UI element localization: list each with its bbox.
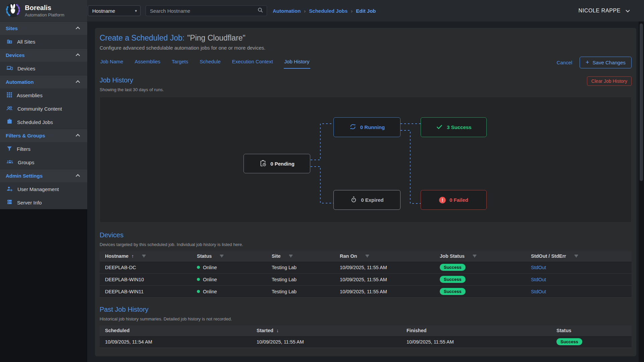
chevron-up-icon <box>76 80 80 85</box>
devices-table-header: Hostname ↑ Status Site Ran On Job <box>100 251 632 261</box>
brand-subtitle: Automation Platform <box>25 12 64 17</box>
column-site[interactable]: Site <box>272 253 340 259</box>
column-finished[interactable]: Finished <box>407 328 556 333</box>
sidebar-section-filters-groups[interactable]: Filters & Groups <box>0 129 87 142</box>
status-badge: Success <box>556 338 582 345</box>
hostname-cell: DEEPLAB-WIN11 <box>105 289 197 294</box>
column-hostname[interactable]: Hostname ↑ <box>105 253 197 259</box>
sidebar-item-devices[interactable]: Devices <box>0 62 87 75</box>
stopwatch-icon <box>350 196 357 204</box>
filter-icon[interactable] <box>142 254 146 258</box>
cancel-button[interactable]: Cancel <box>556 60 572 65</box>
job-history-subtitle: Showing the last 30 days of runs. <box>100 87 164 92</box>
success-status-box: 3 Success <box>421 117 487 137</box>
devices-icon <box>6 65 13 72</box>
scheduled-job-card: Create a Scheduled Job:"Ping Cloudflare"… <box>95 28 636 356</box>
online-status-dot <box>197 266 200 269</box>
clear-job-history-button[interactable]: Clear Job History <box>587 76 632 86</box>
past-job-history-title: Past Job History <box>100 306 232 313</box>
stdout-link[interactable]: StdOut <box>531 289 546 294</box>
page-subtitle: Configure advanced schedulable automatio… <box>100 45 632 51</box>
job-history-title: Job History <box>100 76 164 84</box>
column-job-status[interactable]: Job Status <box>440 253 531 259</box>
user-gear-icon <box>6 185 13 193</box>
sidebar-item-user-management[interactable]: User Management <box>0 182 87 196</box>
filter-icon[interactable] <box>365 254 370 258</box>
table-row: DEEPLAB-DC Online Testing Lab 10/09/2025… <box>100 261 632 274</box>
sync-icon <box>349 123 357 131</box>
brand-name: Borealis <box>25 4 64 11</box>
sidebar-item-server-info[interactable]: Server Info <box>0 196 87 209</box>
breadcrumb-automation[interactable]: Automation <box>273 8 301 14</box>
breadcrumb: Automation › Scheduled Jobs › Edit Job <box>273 8 376 14</box>
hostname-dropdown[interactable]: Hostname ▾ <box>88 5 141 16</box>
error-icon: ! <box>439 197 446 203</box>
sidebar-item-scheduled-jobs[interactable]: Scheduled Jobs <box>0 115 87 129</box>
sidebar-item-groups[interactable]: Groups <box>0 156 87 169</box>
people-icon <box>6 105 13 113</box>
stdout-link[interactable]: StdOut <box>531 277 546 282</box>
user-menu[interactable]: NICOLE RAPPE <box>579 8 630 14</box>
main-content: Create a Scheduled Job:"Ping Cloudflare"… <box>87 21 644 362</box>
table-row: 10/09/2025, 11:54 AM 10/09/2025, 11:55 A… <box>100 336 632 348</box>
failed-status-box: ! 0 Failed <box>421 190 487 210</box>
sidebar-section-admin-settings[interactable]: Admin Settings <box>0 169 87 182</box>
sort-ascending-icon: ↑ <box>131 253 134 259</box>
past-table-header: Scheduled Started ↓ Finished Status <box>100 325 632 336</box>
chevron-down-icon <box>626 8 630 14</box>
tab-job-history[interactable]: Job History <box>284 56 310 69</box>
stdout-link[interactable]: StdOut <box>531 265 546 270</box>
sidebar-item-all-sites[interactable]: All Sites <box>0 35 87 48</box>
filter-icon[interactable] <box>288 254 293 258</box>
hostname-cell: DEEPLAB-DC <box>105 265 197 270</box>
job-status-flow-panel: 0 Pending 0 Running 3 Success 0 Expired … <box>100 97 632 223</box>
column-status[interactable]: Status <box>556 328 632 333</box>
status-badge: Success <box>440 264 466 271</box>
filter-icon[interactable] <box>574 254 579 258</box>
scrollbar-thumb[interactable] <box>640 23 643 181</box>
online-status-dot <box>197 278 200 281</box>
breadcrumb-separator: › <box>351 8 353 14</box>
breadcrumb-scheduled-jobs[interactable]: Scheduled Jobs <box>309 8 347 14</box>
sidebar-section-automation[interactable]: Automation <box>0 75 87 88</box>
tab-assemblies[interactable]: Assemblies <box>134 56 161 69</box>
tab-job-name[interactable]: Job Name <box>100 56 124 69</box>
sidebar-item-assemblies[interactable]: Assemblies <box>0 88 87 102</box>
tab-execution-context[interactable]: Execution Context <box>231 56 274 69</box>
save-changes-button[interactable]: + Save Changes <box>580 57 632 68</box>
status-badge: Success <box>440 276 466 283</box>
table-row: DEEPLAB-WIN10 Online Testing Lab 10/09/2… <box>100 274 632 286</box>
tab-targets[interactable]: Targets <box>171 56 189 69</box>
sidebar-section-devices[interactable]: Devices <box>0 48 87 62</box>
chevron-up-icon <box>76 27 80 31</box>
search-input[interactable] <box>150 8 257 14</box>
clipboard-clock-icon <box>259 160 267 168</box>
scrollbar[interactable] <box>639 21 644 362</box>
column-stdout-stderr[interactable]: StdOut / StdErr <box>531 253 632 259</box>
user-name: NICOLE RAPPE <box>579 8 621 14</box>
filter-icon[interactable] <box>219 254 224 258</box>
sort-descending-icon: ↓ <box>276 328 279 333</box>
online-status-dot <box>197 290 200 293</box>
column-scheduled[interactable]: Scheduled <box>105 328 257 333</box>
status-badge: Success <box>440 288 466 295</box>
column-ran-on[interactable]: Ran On <box>340 253 440 259</box>
tab-bar: Job Name Assemblies Targets Schedule Exe… <box>100 56 632 69</box>
column-status[interactable]: Status <box>197 253 272 259</box>
filter-icon[interactable] <box>472 254 477 258</box>
tab-schedule[interactable]: Schedule <box>199 56 221 69</box>
funnel-icon <box>6 145 12 153</box>
search-icon <box>257 7 263 14</box>
devices-subtitle: Devices targeted by this scheduled job. … <box>100 242 243 247</box>
plus-icon: + <box>586 59 589 65</box>
sidebar-section-sites[interactable]: Sites <box>0 21 87 35</box>
past-job-history-table: Scheduled Started ↓ Finished Status 10/0… <box>100 325 632 348</box>
past-job-history-subtitle: Historical job history summaries. Detail… <box>100 316 232 321</box>
server-icon <box>6 199 13 206</box>
sidebar-item-filters[interactable]: Filters <box>0 142 87 156</box>
buildings-icon <box>6 38 13 45</box>
search-box <box>146 5 267 16</box>
column-started[interactable]: Started ↓ <box>257 328 407 333</box>
sidebar-item-community-content[interactable]: Community Content <box>0 102 87 115</box>
chevron-up-icon <box>76 54 80 58</box>
